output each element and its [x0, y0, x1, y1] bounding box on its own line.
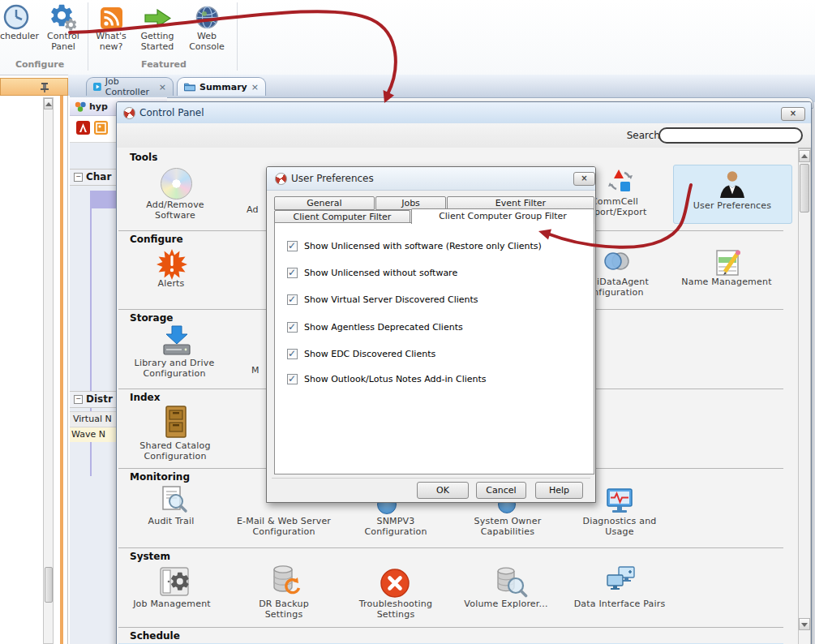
rss-icon [101, 7, 122, 29]
whats-new-label: What's new? [91, 31, 131, 52]
section-monitoring: Monitoring [130, 471, 190, 483]
item-label: Job Management [131, 599, 212, 609]
document-tabbar: Job Controller × Summary × [68, 75, 815, 96]
section-divider [118, 547, 783, 548]
user-preferences-dialog: User Preferences × General Jobs Event Fi… [266, 166, 596, 503]
scheduler-button[interactable]: cheduler [0, 2, 39, 57]
tab-job-controller[interactable]: Job Controller × [86, 77, 174, 96]
ribbon-group-featured: Featured [91, 59, 237, 70]
control-panel-titlebar[interactable]: Control Panel × [117, 102, 811, 124]
diagnostics-icon [605, 487, 634, 516]
ribbon-separator [237, 2, 238, 71]
control-panel-button[interactable]: Control Panel [41, 2, 86, 57]
checkbox-checked[interactable] [287, 294, 298, 305]
dual-circles-icon [603, 251, 631, 272]
image-export-icon[interactable] [94, 121, 108, 135]
row-label: Wave N [71, 429, 105, 440]
whats-new-button[interactable]: What's new? [91, 2, 131, 57]
section-schedule: Schedule [130, 630, 180, 642]
row-label: Virtual N [73, 414, 112, 424]
getting-started-button[interactable]: Getting Started [135, 2, 180, 57]
tab-general[interactable]: General [274, 196, 375, 210]
sidebar-scrollbar[interactable] [43, 97, 54, 644]
troubleshooting-icon [380, 568, 410, 599]
sidebar-header [0, 78, 68, 96]
tab-close-icon[interactable]: × [251, 82, 259, 92]
control-panel-label: Control Panel [41, 31, 86, 52]
item-label: Volume Explorer... [464, 599, 548, 609]
workspace-toolbar [70, 116, 116, 143]
getting-started-label: Getting Started [135, 31, 180, 52]
search-input[interactable] [658, 127, 803, 144]
import-export-icon [607, 168, 633, 194]
scroll-thumb[interactable] [800, 164, 809, 213]
tab-job-controller-label: Job Controller [105, 76, 155, 97]
workspace-title-fragment: hyp [89, 101, 108, 112]
help-button[interactable]: Help [535, 482, 583, 499]
sidebar-panel [0, 96, 68, 644]
cluster-icon [75, 101, 86, 112]
user-preferences-titlebar[interactable]: User Preferences × [267, 167, 595, 191]
checkbox-checked[interactable] [287, 349, 298, 359]
ok-button[interactable]: OK [417, 482, 469, 499]
item-label: User Preferences [692, 200, 773, 211]
checkbox-label: Show Virtual Server Discovered Clients [304, 294, 478, 305]
distribution-section-header[interactable]: − Distr [70, 391, 116, 408]
item-user-preferences-selected[interactable]: User Preferences [673, 165, 792, 224]
app-logo-icon [275, 173, 287, 185]
ribbon-separator [88, 2, 88, 71]
tab-close-icon[interactable]: × [159, 82, 166, 92]
splitter-bar[interactable] [60, 96, 63, 644]
item-label: Shared Catalog Configuration [123, 440, 227, 462]
item-label: System Owner Capabilities [459, 516, 556, 537]
cd-icon [161, 168, 192, 200]
audit-trail-icon [158, 486, 189, 515]
person-icon [718, 169, 747, 199]
item-label: Library and Drive Configuration [117, 358, 232, 379]
checkbox-label: Show Unlicensed with software (Restore o… [304, 241, 542, 251]
collapse-icon[interactable]: − [74, 173, 83, 182]
pin-icon[interactable] [40, 82, 49, 92]
checkbox-checked[interactable] [287, 374, 298, 384]
volume-explorer-icon [494, 566, 528, 600]
scroll-down-button[interactable] [799, 618, 810, 630]
ribbon: cheduler Control Panel What's new? [0, 0, 815, 75]
table-row[interactable]: Virtual N [70, 411, 116, 427]
tab-panel-client-computer-group-filter: Show Unlicensed with software (Restore o… [274, 222, 594, 474]
web-console-button[interactable]: Web Console [185, 2, 229, 57]
checkbox-checked[interactable] [287, 322, 298, 333]
checkbox-label: Show Agentless Deprecated Clients [304, 322, 463, 333]
job-management-icon [158, 566, 191, 597]
scroll-thumb[interactable] [45, 567, 53, 603]
scroll-up-button[interactable] [44, 98, 53, 109]
note-pencil-icon [714, 247, 743, 277]
screen: cheduler Control Panel What's new? [0, 0, 815, 644]
collapse-icon[interactable]: − [74, 395, 83, 404]
alert-burst-icon [157, 249, 187, 280]
tab-client-computer-group-filter[interactable]: Client Computer Group Filter [411, 208, 594, 224]
data-interface-pairs-icon [606, 565, 637, 598]
gears-icon [49, 3, 79, 32]
item-label: DR Backup Settings [242, 599, 326, 620]
library-drive-icon [159, 324, 195, 357]
item-label: Name Management [678, 277, 775, 287]
scheduler-label: cheduler [0, 31, 39, 41]
close-button[interactable]: × [573, 172, 595, 186]
checkbox-checked[interactable] [287, 241, 298, 251]
cancel-button[interactable]: Cancel [476, 482, 526, 499]
item-label: Data Interface Pairs [571, 599, 668, 609]
item-label: Audit Trail [147, 516, 195, 526]
section-divider [118, 627, 783, 628]
table-row[interactable]: Wave N [70, 427, 116, 442]
control-panel-scrollbar[interactable] [798, 148, 811, 644]
dialog-title: Control Panel [139, 107, 204, 118]
tab-summary[interactable]: Summary × [177, 77, 266, 96]
close-button[interactable]: × [781, 107, 805, 121]
section-index: Index [130, 392, 160, 403]
section-tools: Tools [130, 152, 157, 163]
checkbox-checked[interactable] [287, 268, 298, 278]
pdf-icon[interactable] [76, 121, 90, 135]
item-label: SNMPV3 Configuration [346, 516, 445, 537]
scroll-up-button[interactable] [799, 150, 810, 162]
chart-section-header[interactable]: − Char [70, 169, 116, 186]
